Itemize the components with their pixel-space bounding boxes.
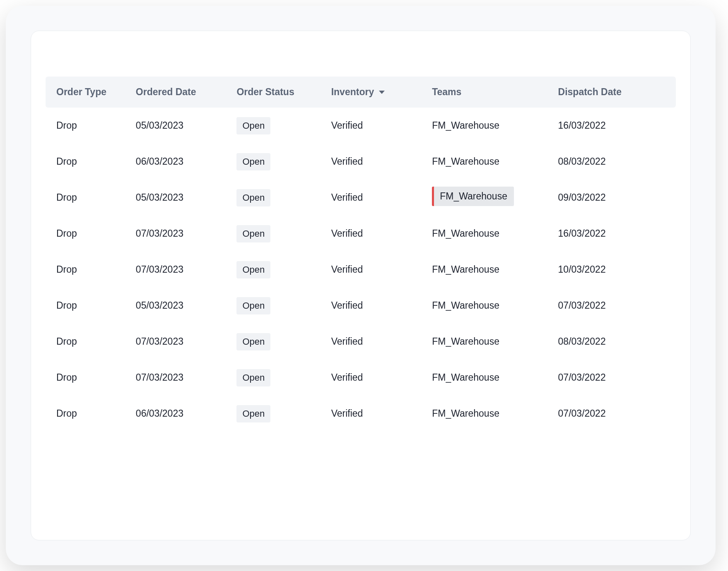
column-header-label: Order Status [236,86,294,97]
table-header-row: Order Type Ordered Date Order Status Inv… [46,77,676,108]
inventory-value: Verified [331,372,363,383]
cell-teams: FM_Warehouse [424,288,550,324]
cell-teams: FM_Warehouse [424,324,550,360]
table-row[interactable]: Drop05/03/2023OpenVerifiedFM_Warehouse09… [46,180,676,216]
dispatch-date-value: 07/03/2022 [558,300,606,311]
inventory-value: Verified [331,120,363,131]
ordered-date-value: 07/03/2023 [136,372,183,383]
column-header-dispatch-date[interactable]: Dispatch Date [550,77,676,108]
cell-order-type: Drop [46,180,128,216]
cell-inventory: Verified [323,288,424,324]
cell-dispatch-date: 08/03/2022 [550,324,676,360]
status-badge: Open [236,369,270,386]
dispatch-date-value: 08/03/2022 [558,156,606,167]
cell-ordered-date: 07/03/2023 [128,360,229,396]
ordered-date-value: 07/03/2023 [136,228,183,239]
cell-teams: FM_Warehouse [424,108,550,144]
cell-order-type: Drop [46,108,128,144]
cell-teams: FM_Warehouse [424,396,550,432]
column-header-label: Ordered Date [136,86,196,97]
teams-value: FM_Warehouse [432,300,499,311]
cell-dispatch-date: 10/03/2022 [550,252,676,288]
inventory-value: Verified [331,228,363,239]
inventory-value: Verified [331,264,363,275]
teams-value: FM_Warehouse [432,264,499,275]
status-badge: Open [236,261,270,278]
ordered-date-value: 07/03/2023 [136,264,183,275]
cell-inventory: Verified [323,252,424,288]
cell-order-status: Open [228,360,323,396]
cell-order-type: Drop [46,144,128,180]
cell-ordered-date: 06/03/2023 [128,144,229,180]
status-badge: Open [236,117,270,134]
cell-order-status: Open [228,144,323,180]
order-type-value: Drop [56,228,77,239]
cell-order-status: Open [228,108,323,144]
column-header-ordered-date[interactable]: Ordered Date [128,77,229,108]
cell-inventory: Verified [323,108,424,144]
table-row[interactable]: Drop06/03/2023OpenVerifiedFM_Warehouse07… [46,396,676,432]
order-type-value: Drop [56,156,77,167]
ordered-date-value: 07/03/2023 [136,336,183,347]
column-header-inventory[interactable]: Inventory [323,77,424,108]
column-header-label: Inventory [331,86,374,98]
cell-dispatch-date: 16/03/2022 [550,216,676,252]
cell-dispatch-date: 07/03/2022 [550,360,676,396]
column-header-label: Teams [432,86,461,97]
cell-order-status: Open [228,396,323,432]
cell-order-status: Open [228,180,323,216]
table-row[interactable]: Drop07/03/2023OpenVerifiedFM_Warehouse16… [46,216,676,252]
cell-ordered-date: 05/03/2023 [128,108,229,144]
cell-dispatch-date: 16/03/2022 [550,108,676,144]
dispatch-date-value: 16/03/2022 [558,120,606,131]
column-header-label: Dispatch Date [558,86,622,97]
cell-teams: FM_Warehouse [424,216,550,252]
table-row[interactable]: Drop07/03/2023OpenVerifiedFM_Warehouse08… [46,324,676,360]
order-type-value: Drop [56,300,77,311]
cell-ordered-date: 07/03/2023 [128,324,229,360]
cell-ordered-date: 07/03/2023 [128,216,229,252]
teams-value: FM_Warehouse [432,156,499,167]
teams-value: FM_Warehouse [432,408,499,419]
cell-dispatch-date: 07/03/2022 [550,396,676,432]
cell-order-status: Open [228,288,323,324]
teams-value: FM_Warehouse [432,336,499,347]
status-badge: Open [236,405,270,422]
dispatch-date-value: 10/03/2022 [558,264,606,275]
inventory-value: Verified [331,336,363,347]
order-type-value: Drop [56,192,77,203]
caret-down-icon [379,91,385,94]
cell-teams: FM_Warehouse [424,360,550,396]
table-row[interactable]: Drop07/03/2023OpenVerifiedFM_Warehouse07… [46,360,676,396]
ordered-date-value: 05/03/2023 [136,300,183,311]
cell-ordered-date: 05/03/2023 [128,288,229,324]
dispatch-date-value: 07/03/2022 [558,408,606,419]
dispatch-date-value: 09/03/2022 [558,192,606,203]
table-row[interactable]: Drop05/03/2023OpenVerifiedFM_Warehouse16… [46,108,676,144]
column-header-teams[interactable]: Teams [424,77,550,108]
status-badge: Open [236,153,270,170]
cell-dispatch-date: 09/03/2022 [550,180,676,216]
cell-ordered-date: 05/03/2023 [128,180,229,216]
inventory-value: Verified [331,192,363,203]
cell-ordered-date: 07/03/2023 [128,252,229,288]
table-row[interactable]: Drop06/03/2023OpenVerifiedFM_Warehouse08… [46,144,676,180]
sort-header-inventory[interactable]: Inventory [331,86,385,98]
dispatch-date-value: 07/03/2022 [558,372,606,383]
column-header-order-type[interactable]: Order Type [46,77,128,108]
ordered-date-value: 05/03/2023 [136,120,183,131]
cell-order-type: Drop [46,324,128,360]
ordered-date-value: 06/03/2023 [136,156,183,167]
cell-inventory: Verified [323,180,424,216]
cell-inventory: Verified [323,144,424,180]
inventory-value: Verified [331,408,363,419]
table-row[interactable]: Drop07/03/2023OpenVerifiedFM_Warehouse10… [46,252,676,288]
status-badge: Open [236,297,270,314]
column-header-order-status[interactable]: Order Status [228,77,323,108]
cell-order-type: Drop [46,252,128,288]
content-panel: Order Type Ordered Date Order Status Inv… [31,31,691,540]
team-cell-highlighted[interactable]: FM_Warehouse [432,187,514,206]
table-row[interactable]: Drop05/03/2023OpenVerifiedFM_Warehouse07… [46,288,676,324]
order-type-value: Drop [56,408,77,419]
device-frame: Order Type Ordered Date Order Status Inv… [6,6,716,565]
